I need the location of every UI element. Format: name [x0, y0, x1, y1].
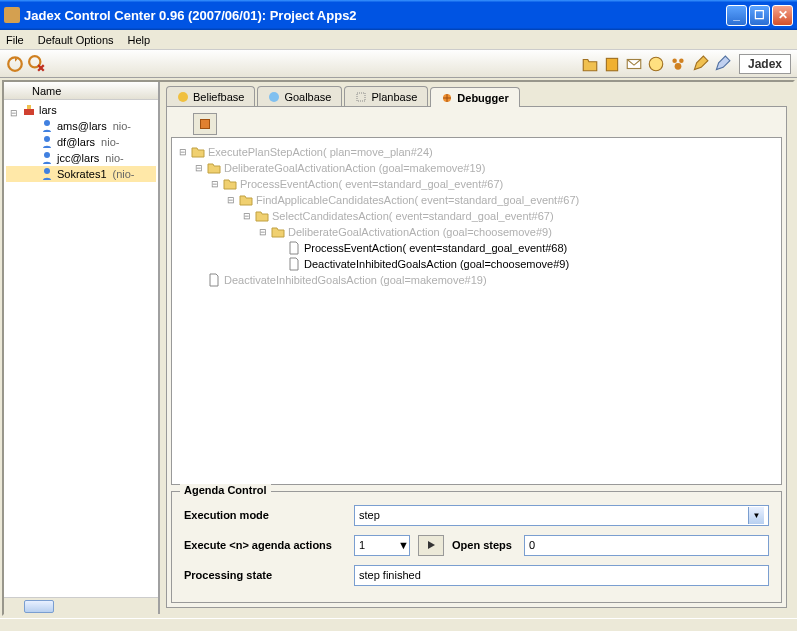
agent-icon [40, 151, 54, 165]
globe-icon[interactable] [647, 55, 665, 73]
app-icon [4, 7, 20, 23]
debugger-panel: ⊟ExecutePlanStepAction( plan=move_plan#2… [166, 106, 787, 608]
svg-point-10 [44, 120, 50, 126]
exec-tree-row[interactable]: ⊟ProcessEventAction( event=standard_goal… [178, 176, 775, 192]
file-icon [207, 273, 221, 287]
agent-label: ams@lars [57, 120, 107, 132]
tree-root[interactable]: lars [6, 102, 156, 118]
exec-mode-label: Execution mode [184, 509, 354, 521]
menu-help[interactable]: Help [128, 34, 151, 46]
tab-goalbase[interactable]: Goalbase [257, 86, 342, 106]
agenda-control-panel: Agenda Control Execution mode step ▼ Exe… [171, 491, 782, 603]
statusbar [0, 618, 797, 631]
svg-point-13 [44, 168, 50, 174]
folder-icon [191, 145, 205, 159]
run-button[interactable] [418, 535, 444, 556]
tab-bar: Beliefbase Goalbase Planbase Debugger [160, 82, 793, 106]
expand-handle-icon[interactable]: ⊟ [178, 147, 188, 157]
exec-tree-row[interactable]: ⊟SelectCandidatesAction( event=standard_… [178, 208, 775, 224]
exec-tree-row[interactable]: ProcessEventAction( event=standard_goal_… [178, 240, 775, 256]
mail-icon[interactable] [625, 55, 643, 73]
exec-tree-label: DeactivateInhibitedGoalsAction (goal=cho… [304, 258, 569, 270]
folder-icon [239, 193, 253, 207]
agent-label: df@lars [57, 136, 95, 148]
tree-agent-row[interactable]: df@larsnio- [6, 134, 156, 150]
svg-point-6 [679, 58, 684, 63]
svg-rect-9 [27, 105, 31, 109]
exec-tree-label: DeactivateInhibitedGoalsAction (goal=mak… [224, 274, 487, 286]
exec-tree-label: SelectCandidatesAction( event=standard_g… [272, 210, 554, 222]
expand-handle-icon[interactable] [10, 106, 19, 115]
horizontal-scrollbar[interactable] [4, 597, 158, 614]
minimize-button[interactable]: _ [726, 5, 747, 26]
svg-point-15 [269, 92, 279, 102]
folder-icon [255, 209, 269, 223]
exec-tree-label: ProcessEventAction( event=standard_goal_… [304, 242, 567, 254]
exec-tree-row[interactable]: ⊟FindApplicableCandidatesAction( event=s… [178, 192, 775, 208]
toolbar: Jadex [0, 50, 797, 78]
exec-tree-row[interactable]: DeactivateInhibitedGoalsAction (goal=cho… [178, 256, 775, 272]
exec-tree-label: DeliberateGoalActivationAction (goal=mak… [224, 162, 485, 174]
expand-handle-icon[interactable]: ⊟ [258, 227, 268, 237]
close-button[interactable]: ✕ [772, 5, 793, 26]
execution-tree[interactable]: ⊟ExecutePlanStepAction( plan=move_plan#2… [171, 137, 782, 485]
expand-handle-icon[interactable]: ⊟ [210, 179, 220, 189]
agent-addr: nio- [105, 152, 123, 164]
open-steps-value: 0 [524, 535, 769, 556]
stop-button[interactable] [193, 113, 217, 135]
exec-tree-label: DeliberateGoalActivationAction (goal=cho… [288, 226, 552, 238]
book-icon[interactable] [603, 55, 621, 73]
tree-agent-row[interactable]: Sokrates1(nio- [6, 166, 156, 182]
folder-icon [207, 161, 221, 175]
exec-tree-row[interactable]: ⊟DeliberateGoalActivationAction (goal=ch… [178, 224, 775, 240]
platform-icon [22, 103, 36, 117]
agent-icon [40, 119, 54, 133]
svg-point-4 [649, 57, 663, 71]
edit2-icon[interactable] [713, 55, 731, 73]
stop-icon [200, 119, 210, 129]
agent-tree-panel: Name lars ams@larsnio-df@larsnio-jcc@lar… [4, 82, 160, 614]
menu-default-options[interactable]: Default Options [38, 34, 114, 46]
chevron-down-icon: ▼ [748, 507, 764, 524]
agent-tree[interactable]: lars ams@larsnio-df@larsnio-jcc@larsnio-… [4, 100, 158, 597]
exec-tree-row[interactable]: ⊟ExecutePlanStepAction( plan=move_plan#2… [178, 144, 775, 160]
processing-state-label: Processing state [184, 569, 354, 581]
exec-tree-row[interactable]: DeactivateInhibitedGoalsAction (goal=mak… [178, 272, 775, 288]
agent-icon [40, 135, 54, 149]
expand-handle-icon[interactable]: ⊟ [194, 163, 204, 173]
svg-point-14 [178, 92, 188, 102]
folder-icon [271, 225, 285, 239]
jadex-logo: Jadex [739, 54, 791, 74]
tab-planbase[interactable]: Planbase [344, 86, 428, 106]
menu-file[interactable]: File [6, 34, 24, 46]
file-icon [287, 241, 301, 255]
svg-point-7 [675, 62, 682, 69]
exec-tree-row[interactable]: ⊟DeliberateGoalActivationAction (goal=ma… [178, 160, 775, 176]
svg-rect-2 [606, 58, 617, 70]
svg-point-11 [44, 136, 50, 142]
folder-icon[interactable] [581, 55, 599, 73]
tree-agent-row[interactable]: ams@larsnio- [6, 118, 156, 134]
exec-n-spinner[interactable]: 1 ▼ [354, 535, 410, 556]
kill-icon[interactable] [28, 55, 46, 73]
maximize-button[interactable]: ☐ [749, 5, 770, 26]
agent-addr: (nio- [113, 168, 135, 180]
paw-icon[interactable] [669, 55, 687, 73]
exec-mode-select[interactable]: step ▼ [354, 505, 769, 526]
svg-point-5 [672, 58, 677, 63]
column-header-name[interactable]: Name [4, 82, 158, 100]
tab-beliefbase[interactable]: Beliefbase [166, 86, 255, 106]
agenda-title: Agenda Control [180, 484, 271, 496]
edit-icon[interactable] [691, 55, 709, 73]
tree-label: lars [39, 104, 57, 116]
expand-handle-icon[interactable]: ⊟ [226, 195, 236, 205]
expand-handle-icon[interactable]: ⊟ [242, 211, 252, 221]
refresh-icon[interactable] [6, 55, 24, 73]
file-icon [287, 257, 301, 271]
svg-rect-8 [24, 109, 34, 115]
tree-agent-row[interactable]: jcc@larsnio- [6, 150, 156, 166]
agent-addr: nio- [113, 120, 131, 132]
exec-tree-label: ExecutePlanStepAction( plan=move_plan#24… [208, 146, 433, 158]
svg-rect-16 [357, 93, 365, 101]
tab-debugger[interactable]: Debugger [430, 87, 519, 107]
